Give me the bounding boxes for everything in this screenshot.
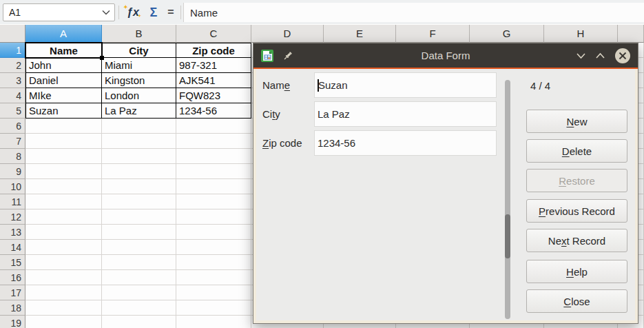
zip-code-input[interactable]: 1234-56 bbox=[314, 130, 497, 156]
column-header-F[interactable]: F bbox=[396, 25, 470, 43]
cell-B14[interactable] bbox=[102, 240, 176, 255]
cell-C13[interactable] bbox=[176, 225, 251, 240]
scrollbar[interactable] bbox=[505, 80, 510, 319]
cell-B8[interactable] bbox=[102, 149, 176, 164]
sum-icon[interactable]: Σ bbox=[145, 3, 163, 22]
restore-button[interactable]: Restore bbox=[526, 169, 627, 192]
row-header-1[interactable]: 1 bbox=[0, 43, 25, 58]
cell-B18[interactable] bbox=[102, 300, 176, 316]
chevron-down-icon[interactable] bbox=[102, 10, 110, 15]
cell-B9[interactable] bbox=[102, 164, 176, 179]
row-header-9[interactable]: 9 bbox=[0, 164, 25, 179]
cell-B13[interactable] bbox=[102, 225, 176, 240]
equals-icon[interactable]: = bbox=[164, 3, 178, 22]
column-header-B[interactable]: B bbox=[102, 25, 176, 43]
cell-A8[interactable] bbox=[25, 149, 102, 164]
cell-A5[interactable]: Suzan bbox=[25, 103, 102, 119]
cell-C11[interactable] bbox=[176, 194, 251, 209]
row-header-17[interactable]: 17 bbox=[0, 285, 25, 300]
cell-A15[interactable] bbox=[25, 255, 102, 270]
row-header-15[interactable]: 15 bbox=[0, 255, 25, 270]
row-header-6[interactable]: 6 bbox=[0, 119, 25, 134]
formula-input[interactable]: Name bbox=[183, 3, 644, 22]
column-header-A[interactable]: A bbox=[25, 25, 102, 43]
chevron-up-icon[interactable] bbox=[595, 52, 605, 59]
cell-A10[interactable] bbox=[25, 179, 102, 194]
city-input[interactable]: La Paz bbox=[314, 101, 497, 127]
cell-A11[interactable] bbox=[25, 194, 102, 209]
cell-C4[interactable]: FQW823 bbox=[176, 88, 251, 103]
name-input[interactable]: Suzan bbox=[314, 72, 497, 98]
delete-button[interactable]: Delete bbox=[526, 139, 627, 163]
help-button[interactable]: Help bbox=[526, 260, 627, 283]
cell-B16[interactable] bbox=[102, 270, 176, 285]
cell-C14[interactable] bbox=[176, 240, 251, 255]
cell-C18[interactable] bbox=[176, 300, 251, 316]
cell-C2[interactable]: 987-321 bbox=[176, 58, 251, 73]
cell-B10[interactable] bbox=[102, 179, 176, 194]
chevron-down-icon[interactable] bbox=[576, 52, 586, 59]
column-header-E[interactable]: E bbox=[324, 25, 396, 43]
cell-A2[interactable]: John bbox=[25, 58, 102, 73]
row-header-5[interactable]: 5 bbox=[0, 103, 25, 119]
cell-C8[interactable] bbox=[176, 149, 251, 164]
cell-A4[interactable]: MIke bbox=[25, 88, 102, 103]
cell-C9[interactable] bbox=[176, 164, 251, 179]
scrollbar-thumb[interactable] bbox=[505, 214, 510, 258]
select-all-corner[interactable] bbox=[0, 25, 25, 43]
row-header-18[interactable]: 18 bbox=[0, 300, 25, 316]
previous-record-button[interactable]: Previous Record bbox=[526, 199, 627, 223]
column-header-H[interactable]: H bbox=[544, 25, 618, 43]
row-header-4[interactable]: 4 bbox=[0, 88, 25, 103]
cell-B3[interactable]: Kingston bbox=[102, 73, 176, 88]
cell-C19[interactable] bbox=[176, 316, 251, 328]
cell-B1[interactable]: City bbox=[102, 43, 176, 58]
function-wizard-icon[interactable]: ƒx ✦✦ bbox=[123, 3, 143, 22]
cell-B15[interactable] bbox=[102, 255, 176, 270]
cell-B7[interactable] bbox=[102, 134, 176, 149]
column-header-D[interactable]: D bbox=[251, 25, 324, 43]
cell-A13[interactable] bbox=[25, 225, 102, 240]
cell-B11[interactable] bbox=[102, 194, 176, 209]
row-header-11[interactable]: 11 bbox=[0, 194, 25, 209]
cell-B5[interactable]: La Paz bbox=[102, 103, 176, 119]
cell-B12[interactable] bbox=[102, 209, 176, 225]
cell-A9[interactable] bbox=[25, 164, 102, 179]
cell-A16[interactable] bbox=[25, 270, 102, 285]
fill-handle[interactable] bbox=[100, 56, 104, 60]
cell-C10[interactable] bbox=[176, 179, 251, 194]
row-header-8[interactable]: 8 bbox=[0, 149, 25, 164]
cell-A17[interactable] bbox=[25, 285, 102, 300]
column-header-G[interactable]: G bbox=[470, 25, 544, 43]
close-button[interactable]: Close bbox=[526, 289, 627, 313]
cell-C6[interactable] bbox=[176, 119, 251, 134]
cell-reference-box[interactable]: A1 bbox=[3, 3, 115, 21]
column-header-C[interactable]: C bbox=[176, 25, 251, 43]
cell-C17[interactable] bbox=[176, 285, 251, 300]
next-record-button[interactable]: Next Record bbox=[526, 229, 627, 252]
cell-C5[interactable]: 1234-56 bbox=[176, 103, 251, 119]
new-button[interactable]: New bbox=[526, 110, 627, 133]
cell-A3[interactable]: Daniel bbox=[25, 73, 102, 88]
cell-C15[interactable] bbox=[176, 255, 251, 270]
row-header-10[interactable]: 10 bbox=[0, 179, 25, 194]
cell-B2[interactable]: Miami bbox=[102, 58, 176, 73]
row-header-14[interactable]: 14 bbox=[0, 240, 25, 255]
row-header-13[interactable]: 13 bbox=[0, 225, 25, 240]
row-header-19[interactable]: 19 bbox=[0, 316, 25, 328]
row-header-12[interactable]: 12 bbox=[0, 209, 25, 225]
cell-C12[interactable] bbox=[176, 209, 251, 225]
cell-C1[interactable]: Zip code bbox=[176, 43, 251, 58]
cell-A6[interactable] bbox=[25, 119, 102, 134]
cell-B17[interactable] bbox=[102, 285, 176, 300]
cell-C3[interactable]: AJK541 bbox=[176, 73, 251, 88]
dialog-titlebar[interactable]: Data Form bbox=[253, 43, 638, 68]
column-header-partial[interactable] bbox=[618, 25, 644, 43]
pin-icon[interactable] bbox=[282, 50, 293, 61]
cell-A7[interactable] bbox=[25, 134, 102, 149]
row-header-2[interactable]: 2 bbox=[0, 58, 25, 73]
cell-C7[interactable] bbox=[176, 134, 251, 149]
cell-B4[interactable]: London bbox=[102, 88, 176, 103]
cell-A19[interactable] bbox=[25, 316, 102, 328]
row-header-7[interactable]: 7 bbox=[0, 134, 25, 149]
